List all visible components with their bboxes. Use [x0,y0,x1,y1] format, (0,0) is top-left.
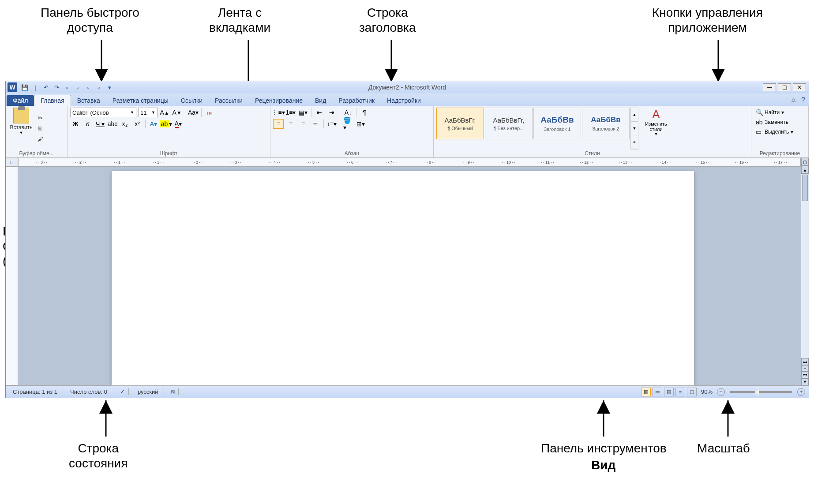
sort-icon[interactable]: A↓ [343,108,353,117]
qat-btn-3[interactable]: ▫ [84,83,92,91]
borders-icon[interactable]: ⊞▾ [355,119,366,129]
qat-btn-4[interactable]: ▫ [95,83,103,91]
style-no-spacing[interactable]: АаБбВвГг, ¶ Без интер... [485,108,533,139]
italic-button[interactable]: К [83,119,93,129]
help-icon[interactable]: ? [801,96,805,104]
justify-icon[interactable]: ≣ [310,119,321,129]
paste-button[interactable]: Вставить ▼ [8,108,34,149]
tab-file[interactable]: Файл [7,95,34,106]
tab-addins[interactable]: Надстройки [381,95,427,106]
zoom-in-button[interactable]: + [797,388,805,396]
outline-view-icon[interactable]: ≡ [675,388,685,396]
qat-btn-2[interactable]: ▫ [74,83,82,91]
format-painter-icon[interactable]: 🖌 [36,135,45,144]
save-icon[interactable]: 💾 [21,83,29,91]
scroll-thumb[interactable] [802,175,808,201]
shading-icon[interactable]: 🪣▾ [343,119,353,129]
minimize-button[interactable]: — [763,83,776,91]
tab-developer[interactable]: Разработчик [332,95,381,106]
horizontal-ruler[interactable]: · · 3 · ·· · 2 · ·· · 1 · ·· · 1 · ·· · … [18,158,801,167]
word-count-status[interactable]: Число слов: 0 [67,388,111,395]
font-color-icon[interactable]: A▾ [173,119,184,129]
cut-icon[interactable]: ✂ [36,114,45,123]
maximize-button[interactable]: ▢ [778,83,791,91]
qat-btn-1[interactable]: ▫ [63,83,71,91]
zoom-out-button[interactable]: − [717,388,725,396]
collapse-ribbon-icon[interactable]: △ [791,96,795,102]
text-effects-icon[interactable]: A▾ [148,119,159,129]
replace-button[interactable]: abЗаменить [754,117,806,127]
ruler-toggle-icon[interactable]: ▢ [801,158,809,166]
font-name-combo[interactable]: Calibri (Основ ▼ [70,108,136,117]
increase-indent-icon[interactable]: ⇥ [326,108,337,117]
styles-row-up-icon[interactable]: ▲ [631,108,638,122]
style-heading1[interactable]: АаБбВв Заголовок 1 [533,108,581,139]
tab-page-layout[interactable]: Разметка страницы [106,95,175,106]
undo-icon[interactable]: ↶ [42,83,50,91]
spellcheck-status[interactable]: ✓ [116,388,129,395]
insert-mode-status[interactable]: ⎘ [168,388,179,395]
clear-formatting-icon[interactable]: 🗛 [204,108,215,117]
fullscreen-reading-view-icon[interactable]: ▭ [653,388,662,396]
decrease-indent-icon[interactable]: ⇤ [314,108,325,117]
font-size-combo[interactable]: 11 ▼ [138,108,158,117]
select-browse-object-icon[interactable]: ◦ [801,365,809,371]
subscript-button[interactable]: x₂ [120,119,130,129]
underline-button[interactable]: Ч ▾ [95,119,105,129]
select-button[interactable]: ▭Выделить ▾ [754,127,806,137]
group-font-label: Шрифт [70,149,267,157]
bullets-icon[interactable]: ⋮≡▾ [273,108,284,117]
page-number-status[interactable]: Страница: 1 из 1 [9,388,61,395]
numbering-icon[interactable]: 1≡▾ [285,108,296,117]
paste-dropdown-icon[interactable]: ▼ [19,131,23,135]
multilevel-list-icon[interactable]: ▤▾ [298,108,308,117]
zoom-slider[interactable] [730,391,792,393]
align-center-icon[interactable]: ≡ [285,119,296,129]
tab-home[interactable]: Главная [34,95,71,106]
vertical-scrollbar: ▢ ▲ ▴▴ ◦ ▾▾ ▼ [801,158,809,385]
styles-expand-icon[interactable]: ≡ [631,135,638,149]
align-right-icon[interactable]: ≡ [298,119,308,129]
tab-review[interactable]: Рецензирование [249,95,309,106]
word-app-icon[interactable]: W [8,82,17,92]
line-spacing-icon[interactable]: ↕≡▾ [326,119,337,129]
previous-object-icon[interactable]: ▴▴ [801,358,809,365]
styles-row-down-icon[interactable]: ▼ [631,122,638,135]
qat-customize-icon[interactable]: ▾ [105,83,113,91]
tab-mailings[interactable]: Рассылки [209,95,249,106]
scroll-down-icon[interactable]: ▼ [801,378,809,385]
web-layout-view-icon[interactable]: ▤ [664,388,674,396]
tab-references[interactable]: Ссылки [175,95,209,106]
align-left-icon[interactable]: ≡ [273,119,284,129]
zoom-slider-thumb[interactable] [755,389,759,395]
tab-view[interactable]: Вид [309,95,332,106]
next-object-icon[interactable]: ▾▾ [801,371,809,378]
bold-button[interactable]: Ж [70,119,81,129]
change-case-icon[interactable]: Aa▾ [188,108,199,117]
redo-icon[interactable]: ↷ [53,83,60,91]
copy-icon[interactable]: ⎘ [36,124,45,133]
document-page[interactable] [112,171,694,385]
print-layout-view-icon[interactable]: ▦ [641,388,651,396]
style-heading2[interactable]: АаБбВв Заголовок 2 [582,108,630,139]
find-button[interactable]: 🔍Найти ▾ [754,108,806,117]
ruler-corner[interactable]: ∟ [6,158,18,167]
language-status[interactable]: русский [134,388,162,395]
style-normal[interactable]: АаБбВвГг, ¶ Обычный [436,108,484,139]
superscript-button[interactable]: x² [132,119,143,129]
status-bar: Страница: 1 из 1 Число слов: 0 ✓ русский… [6,385,809,398]
draft-view-icon[interactable]: ▢ [687,388,697,396]
strikethrough-button[interactable]: abc [107,119,118,129]
shrink-font-icon[interactable]: A▼ [172,108,182,117]
ribbon-tabs: Файл Главная Вставка Разметка страницы С… [6,93,809,106]
show-marks-icon[interactable]: ¶ [359,108,370,117]
scroll-up-icon[interactable]: ▲ [801,166,809,174]
highlight-icon[interactable]: ab▾ [161,119,171,129]
window-controls: — ▢ ✕ [763,83,806,91]
grow-font-icon[interactable]: A▲ [159,108,170,117]
change-styles-button[interactable]: A Изменить стили ▼ [640,108,672,149]
close-button[interactable]: ✕ [793,83,806,91]
vertical-ruler[interactable] [6,167,18,385]
zoom-level[interactable]: 90% [701,388,713,395]
tab-insert[interactable]: Вставка [71,95,106,106]
